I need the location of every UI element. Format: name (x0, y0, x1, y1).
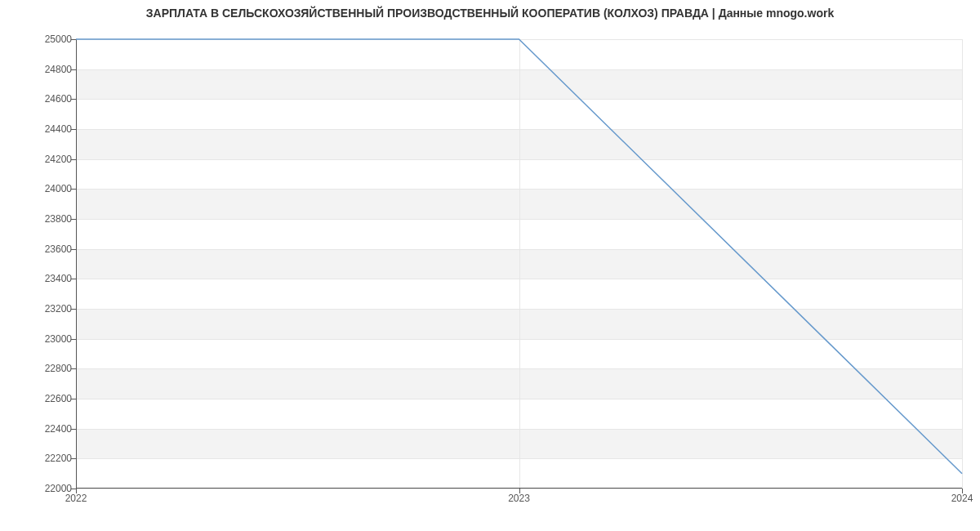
y-tick-label: 24800 (7, 64, 72, 75)
y-tick-label: 22000 (7, 483, 72, 494)
y-tick-label: 24000 (7, 183, 72, 194)
line-layer (76, 39, 962, 489)
y-tick-label: 23400 (7, 273, 72, 284)
chart-title: ЗАРПЛАТА В СЕЛЬСКОХОЗЯЙСТВЕННЫЙ ПРОИЗВОД… (0, 0, 980, 20)
series-line (76, 39, 962, 474)
y-tick-label: 24200 (7, 154, 72, 165)
chart-container: { "chart_data": { "type": "line", "title… (0, 0, 980, 531)
y-tick-label: 23600 (7, 243, 72, 255)
y-tick-label: 24400 (7, 123, 72, 135)
plot-area (76, 39, 962, 489)
y-tick-label: 24600 (7, 93, 72, 105)
y-tick-label: 22200 (7, 453, 72, 464)
y-tick-label: 23000 (7, 333, 72, 345)
y-tick-label: 23200 (7, 303, 72, 315)
y-tick-label: 22600 (7, 393, 72, 404)
y-tick-label: 22800 (7, 363, 72, 374)
x-grid-line (962, 39, 963, 489)
y-tick-label: 25000 (7, 33, 72, 45)
x-tick-label: 2024 (951, 493, 973, 504)
y-tick-label: 23800 (7, 213, 72, 225)
x-tick-label: 2022 (65, 493, 87, 504)
y-tick-label: 22400 (7, 423, 72, 435)
x-tick-label: 2023 (508, 493, 530, 504)
